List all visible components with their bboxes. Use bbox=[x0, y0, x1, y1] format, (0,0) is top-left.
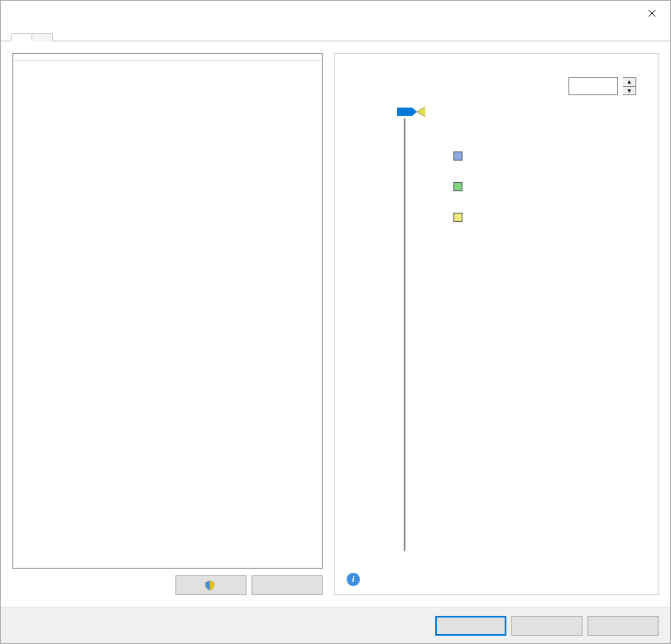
header-summary[interactable] bbox=[125, 54, 322, 60]
info-icon: i bbox=[347, 573, 360, 586]
close-button[interactable] bbox=[633, 1, 670, 26]
titlebar bbox=[1, 1, 670, 26]
marker-min bbox=[417, 107, 425, 117]
ok-button[interactable] bbox=[435, 616, 506, 636]
device-list-header bbox=[13, 54, 322, 61]
slider-markers bbox=[417, 112, 442, 566]
tab-row bbox=[1, 26, 670, 41]
spinner-up[interactable]: ▲ bbox=[623, 78, 635, 87]
memory-slider[interactable] bbox=[392, 112, 417, 566]
help-button[interactable] bbox=[587, 616, 659, 636]
close-icon bbox=[648, 9, 656, 17]
memory-spinner[interactable]: ▲ ▼ bbox=[623, 77, 636, 95]
add-button[interactable] bbox=[175, 575, 247, 595]
slider-track bbox=[404, 118, 405, 551]
legend-max bbox=[453, 151, 646, 161]
legend-min bbox=[453, 213, 646, 222]
left-panel bbox=[12, 53, 323, 595]
settings-window: ▲ ▼ bbox=[0, 0, 671, 644]
dialog-footer bbox=[1, 607, 670, 643]
memory-input-row: ▲ ▼ bbox=[347, 77, 646, 95]
legend-rec bbox=[453, 182, 646, 191]
memory-input[interactable] bbox=[568, 77, 618, 95]
swatch-green bbox=[453, 182, 463, 191]
slider-tick-labels bbox=[347, 112, 392, 566]
device-buttons bbox=[12, 569, 323, 595]
swatch-blue bbox=[453, 151, 463, 161]
tab-options[interactable] bbox=[31, 33, 53, 41]
tab-hardware[interactable] bbox=[11, 33, 32, 41]
shield-icon bbox=[204, 580, 215, 591]
spinner-down[interactable]: ▼ bbox=[623, 87, 635, 95]
slider-thumb[interactable] bbox=[397, 108, 412, 116]
device-list bbox=[12, 53, 323, 569]
memory-panel: ▲ ▼ bbox=[334, 53, 659, 595]
swatch-yellow bbox=[453, 213, 463, 222]
memory-slider-area bbox=[347, 112, 646, 566]
content: ▲ ▼ bbox=[1, 41, 670, 607]
remove-button bbox=[252, 575, 323, 595]
cancel-button[interactable] bbox=[511, 616, 582, 636]
header-device[interactable] bbox=[13, 54, 125, 60]
info-row: i bbox=[347, 566, 646, 586]
legend bbox=[442, 112, 646, 566]
